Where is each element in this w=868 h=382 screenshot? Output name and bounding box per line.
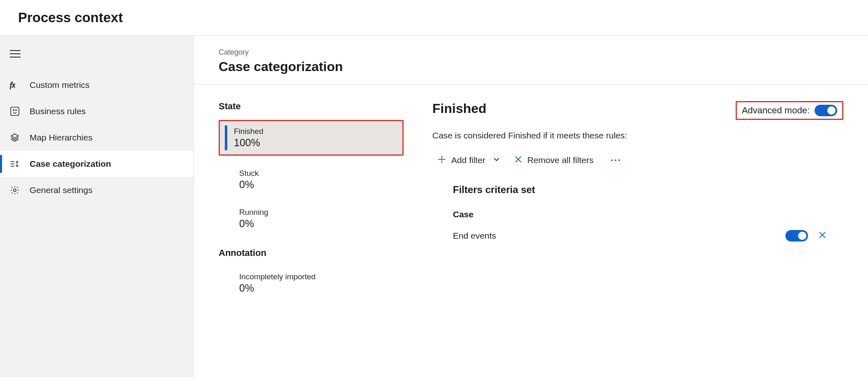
filter-name: End events: [453, 231, 496, 241]
detail-title: Finished: [432, 101, 487, 116]
sidebar: fx Custom metrics Business rules Map Hie…: [0, 36, 194, 377]
main-header: Category Case categorization: [194, 36, 868, 85]
state-item-running[interactable]: Running 0%: [219, 202, 404, 235]
annotation-section-label: Annotation: [219, 248, 404, 258]
add-filter-label: Add filter: [451, 155, 485, 165]
state-value: 0%: [239, 179, 395, 191]
ellipsis-icon: ···: [611, 154, 621, 166]
advanced-mode-label: Advanced mode:: [742, 105, 810, 116]
remove-all-label: Remove all filters: [527, 155, 593, 165]
state-value: 0%: [239, 218, 395, 230]
state-name: Stuck: [239, 169, 395, 178]
categorization-icon: [10, 159, 20, 169]
rule-description: Case is considered Finished if it meets …: [432, 131, 843, 140]
annotation-item-incompletely-imported[interactable]: Incompletely imported 0%: [219, 267, 404, 300]
sidebar-item-label: Business rules: [30, 106, 86, 116]
category-title: Case categorization: [219, 59, 868, 74]
layers-icon: [10, 133, 20, 143]
svg-point-10: [14, 189, 16, 191]
criteria-subtitle: Case: [432, 209, 843, 219]
chevron-down-icon: [493, 155, 500, 165]
svg-text:fx: fx: [10, 81, 15, 89]
svg-rect-4: [11, 107, 19, 115]
annotation-name: Incompletely imported: [239, 272, 395, 281]
app-header: Process context: [0, 0, 868, 36]
hamburger-menu-button[interactable]: [0, 46, 29, 70]
sidebar-item-case-categorization[interactable]: Case categorization: [0, 151, 194, 177]
criteria-title: Filters criteria set: [432, 184, 843, 196]
state-name: Finished: [234, 127, 394, 136]
rules-icon: [10, 106, 20, 116]
advanced-mode-toggle[interactable]: [815, 105, 837, 116]
more-options-button[interactable]: ···: [607, 154, 625, 166]
sidebar-item-label: Case categorization: [30, 159, 111, 169]
state-section-label: State: [219, 101, 404, 112]
state-name: Running: [239, 208, 395, 217]
close-icon: [514, 155, 522, 166]
sidebar-item-label: General settings: [30, 185, 92, 195]
sidebar-item-business-rules[interactable]: Business rules: [0, 98, 194, 124]
remove-filter-button[interactable]: [818, 230, 827, 241]
advanced-mode-box: Advanced mode:: [736, 101, 843, 120]
svg-point-5: [13, 110, 14, 111]
filter-toggle[interactable]: [785, 230, 808, 242]
filter-row-end-events[interactable]: End events: [432, 230, 843, 242]
add-filter-button[interactable]: Add filter: [437, 155, 500, 166]
sidebar-item-label: Custom metrics: [30, 80, 90, 90]
gear-icon: [10, 185, 20, 195]
state-value: 100%: [234, 137, 394, 149]
annotation-value: 0%: [239, 282, 395, 294]
fx-icon: fx: [10, 80, 20, 90]
state-item-finished[interactable]: Finished 100%: [219, 120, 404, 156]
sidebar-item-label: Map Hierarchies: [30, 133, 92, 143]
sidebar-item-custom-metrics[interactable]: fx Custom metrics: [0, 72, 194, 98]
plus-icon: [437, 155, 446, 166]
state-item-stuck[interactable]: Stuck 0%: [219, 163, 404, 196]
sidebar-item-general-settings[interactable]: General settings: [0, 177, 194, 203]
page-title: Process context: [18, 10, 868, 25]
svg-point-6: [16, 110, 17, 111]
category-label: Category: [219, 48, 868, 57]
hamburger-icon: [10, 50, 21, 58]
remove-all-filters-button[interactable]: Remove all filters: [514, 155, 593, 166]
sidebar-item-map-hierarchies[interactable]: Map Hierarchies: [0, 124, 194, 151]
